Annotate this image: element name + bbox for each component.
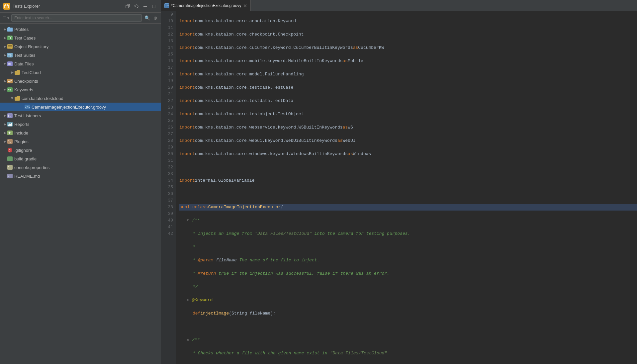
label-com-katalon: com.katalon.testcloud [22, 96, 63, 101]
tree-item-buildgradle[interactable]: ▶ G build.gradle [0, 154, 161, 163]
fold-icon-33[interactable]: ⊟ [186, 338, 191, 342]
tree-item-plugins[interactable]: ▶ PL Plugins [0, 137, 161, 146]
label-profiles: Profiles [14, 27, 29, 32]
label-buildgradle: build.gradle [14, 156, 37, 161]
tree-item-console[interactable]: ▶ P console.properties [0, 163, 161, 172]
filter-icons: ☰ ▾ [3, 16, 9, 20]
code-editor-body[interactable]: 9 10 11 12 13 14 15 16 17 18 19 20 21 22… [161, 11, 637, 364]
icon-testlisteners: TL [7, 113, 13, 118]
svg-rect-28 [11, 123, 12, 126]
svg-text:TL: TL [8, 114, 11, 118]
svg-text:</>: </> [25, 106, 30, 109]
svg-text:TC: TC [8, 36, 12, 40]
svg-rect-0 [5, 5, 9, 8]
code-line-12: import com.kms.katalon.core.mobile.keywo… [179, 58, 637, 64]
advanced-search-button[interactable]: ⊕ [153, 15, 158, 21]
icon-reports [7, 122, 13, 127]
search-bar: ☰ ▾ 🔍 ⊕ [0, 13, 161, 24]
file-tree: ▶ Profiles ▶ TC Test Cases ▶ Object Repo… [0, 24, 161, 364]
tree-item-include[interactable]: ▶ + Include [0, 129, 161, 137]
icon-testcases: TC [7, 35, 13, 41]
arrow-objrepo: ▶ [3, 44, 7, 49]
tree-item-testcases[interactable]: ▶ TC Test Cases [0, 34, 161, 42]
panel-header-actions: ─ □ [124, 3, 157, 10]
tree-item-keywords[interactable]: ▶ KW Keywords [0, 85, 161, 94]
arrow-keywords: ▶ [3, 87, 7, 92]
code-content[interactable]: import com.kms.katalon.core.annotation.K… [176, 11, 637, 364]
editor-tab-executor[interactable]: </> *CameraImageInjectionExecutor.groovy… [161, 0, 251, 11]
arrow-profiles: ▶ [3, 27, 7, 32]
icon-include: + [7, 130, 13, 136]
tests-explorer-panel: Tests Explorer ─ □ ☰ ▾ 🔍 ⊕ ▶ P [0, 0, 161, 364]
panel-title: Tests Explorer [13, 4, 40, 9]
label-gitignore: .gitignore [14, 148, 32, 153]
editor-tabs: </> *CameraImageInjectionExecutor.groovy… [161, 0, 637, 11]
label-testcloud: TestCloud [22, 70, 41, 75]
code-line-20 [179, 164, 637, 171]
icon-datafiles: DF [7, 61, 13, 66]
icon-console: P [7, 165, 13, 170]
icon-checkpoints [7, 78, 13, 84]
svg-rect-6 [8, 27, 10, 28]
arrow-testcases: ▶ [3, 36, 7, 40]
svg-text:PL: PL [8, 140, 11, 143]
tree-item-gitignore[interactable]: ▶ g .gitignore [0, 146, 161, 154]
line-numbers: 9 10 11 12 13 14 15 16 17 18 19 20 21 22… [161, 11, 176, 364]
code-line-31: def injectImage(String fileName); [179, 310, 637, 317]
panel-header: Tests Explorer ─ □ [0, 0, 161, 13]
label-console: console.properties [14, 165, 49, 170]
tree-item-readme[interactable]: ▶ M README.md [0, 172, 161, 180]
tab-close-button[interactable]: ✕ [243, 3, 247, 8]
dropdown-icon: ▾ [7, 16, 9, 20]
tree-item-com-katalon[interactable]: ▶ com.katalon.testcloud [0, 94, 161, 103]
tree-item-testcloud[interactable]: ▶ TestCloud [0, 68, 161, 77]
icon-com-katalon-folder [15, 96, 20, 101]
label-testsuites: Test Suites [14, 53, 36, 58]
search-input[interactable] [11, 14, 142, 22]
icon-objrepo [7, 44, 13, 49]
fold-icon-24[interactable]: ⊟ [186, 218, 191, 223]
tree-item-objrepo[interactable]: ▶ Object Repository [0, 42, 161, 51]
svg-rect-12 [8, 48, 11, 48]
label-readme: README.md [14, 174, 40, 179]
tree-item-datafiles[interactable]: ▶ DF Data Files [0, 59, 161, 68]
tree-item-reports[interactable]: ▶ Reports [0, 120, 161, 129]
code-editor-panel: </> *CameraImageInjectionExecutor.groovy… [161, 0, 637, 364]
code-line-14: import com.kms.katalon.core.testcase.Tes… [179, 84, 637, 91]
arrow-com-katalon: ▶ [10, 96, 15, 101]
tab-file-icon: </> [164, 3, 169, 8]
sync-button[interactable] [133, 3, 140, 10]
label-objrepo: Object Repository [14, 44, 48, 49]
tree-item-testsuites[interactable]: ▶ TS Test Suites [0, 51, 161, 59]
svg-text:P: P [8, 166, 10, 169]
arrow-reports: ▶ [3, 122, 7, 127]
tree-item-profiles[interactable]: ▶ Profiles [0, 25, 161, 34]
icon-plugins: PL [7, 139, 13, 144]
code-line-27: * @param fileName The name of the file t… [179, 257, 637, 264]
code-line-10: import com.kms.katalon.core.checkpoint.C… [179, 31, 637, 38]
code-line-17: import com.kms.katalon.core.webservice.k… [179, 124, 637, 131]
fold-icon-30[interactable]: ⊟ [186, 298, 191, 303]
tree-item-checkpoints[interactable]: ▶ Checkpoints [0, 77, 161, 85]
svg-text:DF: DF [8, 62, 12, 66]
code-line-18: import com.kms.katalon.core.webui.keywor… [179, 137, 637, 144]
svg-text:KW: KW [8, 88, 11, 92]
code-line-23: public class CameraImageInjectionExecuto… [179, 204, 637, 211]
arrow-testsuites: ▶ [3, 53, 7, 57]
tree-item-testlisteners[interactable]: ▶ TL Test Listeners [0, 111, 161, 120]
tree-item-executor[interactable]: ▶ </> CameraImageInjectionExecutor.groov… [0, 103, 161, 111]
search-button[interactable]: 🔍 [144, 15, 151, 21]
code-line-13: import com.kms.katalon.core.model.Failur… [179, 71, 637, 78]
code-line-25: * Injects an image from "Data Files/Test… [179, 230, 637, 237]
collapse-all-button[interactable] [124, 3, 132, 10]
code-line-11: import com.kms.katalon.core.cucumber.key… [179, 45, 637, 51]
code-line-28: * @return true if the injection was succ… [179, 270, 637, 277]
maximize-button[interactable]: □ [150, 3, 157, 10]
icon-keywords: KW [7, 87, 13, 92]
svg-rect-5 [7, 28, 13, 32]
svg-text:G: G [8, 157, 9, 161]
minimize-button[interactable]: ─ [141, 3, 149, 10]
icon-buildgradle: G [7, 156, 13, 161]
label-keywords: Keywords [14, 87, 33, 92]
code-line-9: import com.kms.katalon.core.annotation.K… [179, 18, 637, 25]
